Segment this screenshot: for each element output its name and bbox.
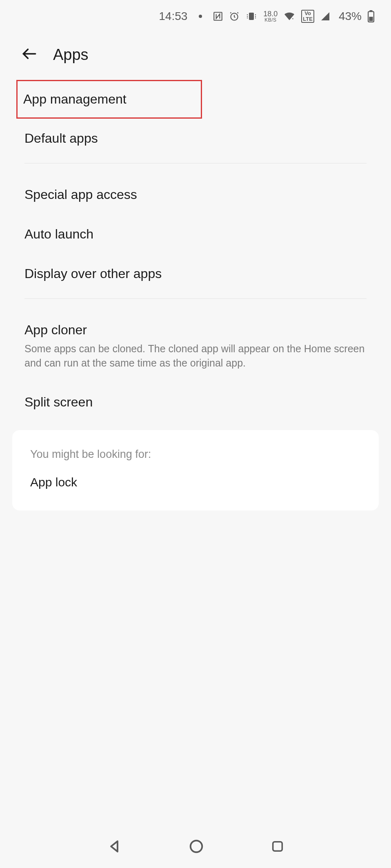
nav-back-icon[interactable]	[107, 839, 122, 856]
nfc-icon	[213, 11, 223, 22]
svg-rect-9	[273, 842, 282, 851]
setting-special-app-access[interactable]: Special app access	[24, 175, 367, 214]
wifi-icon	[283, 11, 295, 21]
setting-label: App cloner	[24, 322, 367, 338]
svg-rect-7	[369, 17, 373, 21]
setting-app-cloner[interactable]: App cloner Some apps can be cloned. The …	[24, 310, 367, 382]
data-rate-indicator: 18.0 KB/S	[263, 10, 278, 22]
setting-default-apps[interactable]: Default apps	[24, 119, 367, 158]
svg-point-4	[293, 18, 293, 19]
setting-label: Special app access	[24, 187, 367, 202]
setting-label: Auto launch	[24, 227, 367, 242]
svg-rect-2	[249, 13, 254, 20]
page-title: Apps	[53, 46, 89, 64]
svg-rect-6	[370, 10, 373, 11]
settings-list: App management Default apps Special app …	[0, 80, 391, 422]
setting-app-management[interactable]: App management	[16, 80, 202, 119]
setting-label: Display over other apps	[24, 266, 367, 281]
back-arrow-icon[interactable]	[20, 45, 38, 64]
battery-icon	[367, 10, 375, 22]
svg-point-8	[191, 841, 202, 853]
setting-auto-launch[interactable]: Auto launch	[24, 214, 367, 254]
setting-display-over-apps[interactable]: Display over other apps	[24, 254, 367, 294]
nav-home-icon[interactable]	[189, 839, 204, 856]
setting-description: Some apps can be cloned. The cloned app …	[24, 342, 367, 370]
setting-label: Split screen	[24, 395, 367, 410]
nav-recent-icon[interactable]	[271, 839, 284, 855]
setting-label: App management	[23, 92, 195, 107]
suggestion-header: You might be looking for:	[30, 448, 361, 461]
alarm-icon	[229, 11, 240, 22]
status-bar: 14:53 18.0 KB/S Vo LTE 43%	[0, 0, 391, 33]
page-header: Apps	[0, 33, 391, 79]
divider	[24, 163, 367, 163]
suggestion-app-lock[interactable]: App lock	[30, 475, 361, 489]
signal-icon	[320, 11, 331, 21]
battery-percentage: 43%	[339, 10, 362, 23]
setting-label: Default apps	[24, 131, 367, 146]
vibrate-icon	[245, 11, 258, 22]
navigation-bar	[0, 839, 391, 856]
divider	[24, 298, 367, 299]
status-time: 14:53	[159, 10, 187, 23]
setting-split-screen[interactable]: Split screen	[24, 382, 367, 422]
suggestion-card: You might be looking for: App lock	[12, 430, 379, 510]
volte-icon: Vo LTE	[301, 10, 314, 23]
status-dot	[199, 15, 202, 18]
